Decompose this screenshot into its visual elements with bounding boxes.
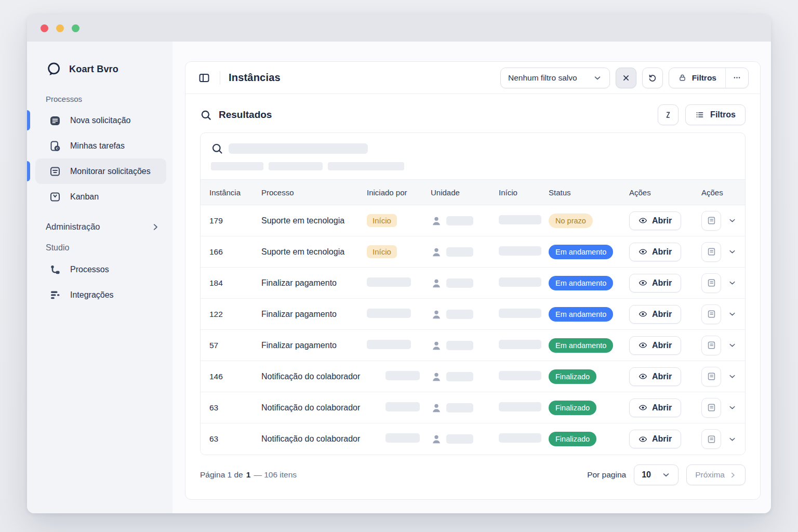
next-page-button[interactable]: Próxima	[686, 464, 746, 485]
skeleton-placeholder	[499, 277, 541, 287]
table-row[interactable]: 122 Finalizar pagamento Em andamento Abr…	[201, 299, 745, 330]
app-window: Koart Bvro Processos Nova solicitação	[27, 15, 771, 513]
cell-status: Em andamento	[549, 245, 629, 259]
skeleton-placeholder	[446, 434, 473, 444]
table-row[interactable]: 57 Finalizar pagamento Em andamento Abri…	[201, 330, 745, 361]
close-window-button[interactable]	[41, 24, 48, 32]
table-row[interactable]: 63 Notificação do colaborador Finalizado…	[201, 423, 745, 455]
sidebar-item-processos-studio[interactable]: Processos	[35, 257, 166, 282]
open-button-label: Abrir	[652, 434, 672, 444]
cell-process: Suporte em tecnologia	[261, 216, 367, 225]
filters-label: Filtros	[692, 73, 716, 83]
locked-filters-button[interactable]: Filtros	[669, 68, 725, 88]
minimize-window-button[interactable]	[56, 24, 64, 32]
sidebar-item-minhas-tarefas[interactable]: Minhas tarefas	[35, 133, 166, 158]
open-button[interactable]: Abrir	[629, 274, 681, 292]
next-label: Próxima	[695, 470, 725, 480]
cell-instance-id: 166	[209, 247, 261, 257]
search-icon	[211, 142, 223, 155]
cell-actions-more	[701, 273, 737, 293]
column-settings-button[interactable]	[658, 104, 679, 125]
saved-filter-value: Nenhum filtro salvo	[508, 73, 577, 83]
table-row[interactable]: 63 Notificação do colaborador Finalizado…	[201, 392, 745, 423]
status-badge: Em andamento	[549, 276, 613, 290]
cell-actions-open: Abrir	[629, 367, 701, 386]
cell-process: Suporte em tecnologia	[261, 247, 367, 257]
per-page-select[interactable]: 10	[634, 464, 679, 485]
skeleton-placeholder	[499, 402, 541, 411]
cell-initiated-by: Início	[367, 245, 431, 258]
cell-process: Finalizar pagamento	[261, 341, 367, 350]
toggle-sidebar-button[interactable]	[197, 71, 211, 85]
status-badge: Em andamento	[549, 245, 613, 259]
cell-actions-open: Abrir	[629, 336, 701, 355]
person-icon	[431, 371, 442, 382]
cell-actions-open: Abrir	[629, 274, 701, 292]
saved-filter-select[interactable]: Nenhum filtro salvo	[500, 68, 610, 88]
cell-status: No prazo	[549, 214, 629, 228]
table-row[interactable]: 184 Finalizar pagamento Em andamento Abr…	[201, 268, 745, 299]
document-button[interactable]	[701, 211, 721, 231]
open-button[interactable]: Abrir	[629, 430, 681, 448]
open-button[interactable]: Abrir	[629, 305, 681, 324]
status-badge: Finalizado	[549, 369, 596, 384]
panel-left-icon	[198, 72, 210, 84]
skeleton-placeholder	[499, 340, 541, 349]
lock-icon	[678, 73, 687, 82]
page-info-prefix: Página 1 de	[200, 470, 243, 480]
document-button[interactable]	[701, 273, 721, 293]
table-row[interactable]: 146 Notificação do colaborador Finalizad…	[201, 361, 745, 392]
open-button[interactable]: Abrir	[629, 243, 681, 261]
open-button[interactable]: Abrir	[629, 211, 681, 230]
clear-filter-button[interactable]	[616, 68, 636, 88]
person-icon	[431, 340, 442, 351]
sidebar-item-administracao[interactable]: Administração	[46, 222, 160, 232]
maximize-window-button[interactable]	[72, 24, 79, 32]
open-button[interactable]: Abrir	[629, 336, 681, 355]
open-button[interactable]: Abrir	[629, 398, 681, 417]
more-options-button[interactable]	[726, 68, 748, 88]
sidebar-item-integracoes[interactable]: Integrações	[35, 282, 166, 308]
results-toolbar: Resultados	[200, 102, 746, 127]
sidebar-item-nova-solicitacao[interactable]: Nova solicitação	[35, 108, 166, 133]
search-input-skeleton[interactable]	[229, 143, 368, 154]
table-row[interactable]: 179 Suporte em tecnologia Início No praz…	[201, 205, 745, 236]
expand-row-chevron-icon[interactable]	[728, 247, 737, 256]
document-button[interactable]	[701, 367, 721, 387]
open-button-label: Abrir	[652, 341, 672, 350]
chevron-right-icon	[151, 222, 160, 232]
document-icon	[707, 247, 716, 257]
cell-initiated-by: Início	[367, 214, 431, 227]
expand-row-chevron-icon[interactable]	[728, 216, 737, 225]
document-button[interactable]	[701, 429, 721, 449]
skeleton-placeholder	[446, 341, 473, 350]
document-button[interactable]	[701, 398, 721, 418]
document-button[interactable]	[701, 242, 721, 262]
expand-row-chevron-icon[interactable]	[728, 341, 737, 350]
sidebar-item-kanban[interactable]: Kanban	[35, 184, 166, 209]
cell-unit	[431, 340, 499, 351]
eye-icon	[639, 247, 647, 256]
expand-row-chevron-icon[interactable]	[728, 403, 737, 412]
per-page-label: Por pagina	[587, 470, 626, 480]
eye-icon	[639, 403, 647, 412]
panel-content: Resultados	[185, 94, 760, 499]
skeleton-placeholder	[499, 246, 541, 256]
sidebar-item-monitorar-solicitacoes[interactable]: Monitorar solicitações	[35, 158, 166, 184]
table-filters-button[interactable]: Filtros	[685, 104, 746, 125]
document-button[interactable]	[701, 304, 721, 324]
document-button[interactable]	[701, 336, 721, 355]
open-button[interactable]: Abrir	[629, 367, 681, 386]
refresh-button[interactable]	[642, 68, 663, 88]
expand-row-chevron-icon[interactable]	[728, 310, 737, 318]
document-icon	[707, 340, 716, 350]
cell-start-date	[499, 215, 549, 227]
expand-row-chevron-icon[interactable]	[728, 278, 737, 287]
cell-status: Em andamento	[549, 276, 629, 290]
cell-status: Em andamento	[549, 338, 629, 353]
table-row[interactable]: 166 Suporte em tecnologia Início Em anda…	[201, 236, 745, 268]
expand-row-chevron-icon[interactable]	[728, 435, 737, 444]
instances-panel: Instâncias Nenhum filtro salvo	[185, 61, 761, 500]
skeleton-placeholder	[367, 277, 411, 287]
expand-row-chevron-icon[interactable]	[728, 372, 737, 381]
